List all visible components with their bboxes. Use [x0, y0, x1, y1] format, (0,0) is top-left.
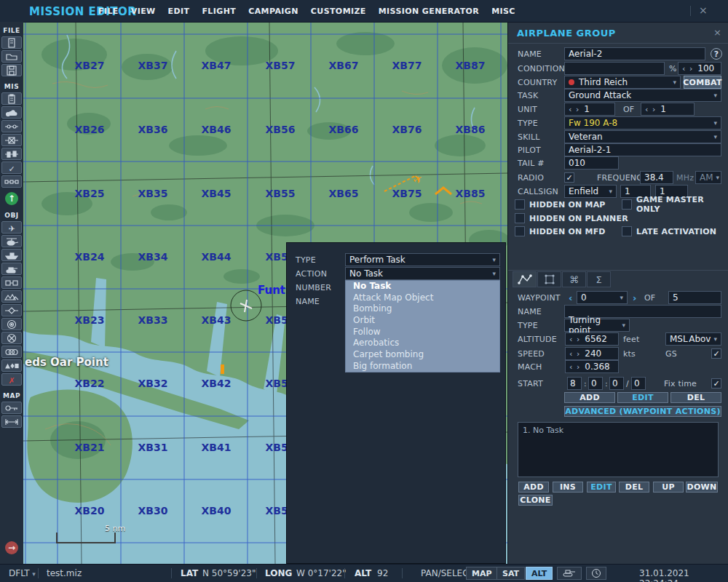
unit-total-spinner[interactable]: ‹ ›1 [641, 103, 695, 116]
exit-editor-button[interactable]: → [5, 541, 18, 554]
profile-dropdown[interactable]: DFLT ▾ [9, 568, 36, 578]
menu-mission-generator[interactable]: MISSION GENERATOR [379, 7, 479, 16]
hidden-on-map-checkbox[interactable] [515, 199, 525, 210]
gs-checkbox[interactable]: ✓ [711, 348, 721, 359]
frequency-input[interactable] [640, 171, 673, 184]
adjustments-button[interactable] [1, 148, 22, 160]
spinner-arrows-icon[interactable]: ‹ › [645, 105, 656, 114]
waypoint-next-icon[interactable]: › [633, 292, 636, 303]
waypoint-add-button[interactable]: ADD [564, 392, 615, 403]
actions-down-button[interactable]: DOWN [686, 482, 718, 493]
modulation-dropdown[interactable]: AM▾ [695, 171, 721, 184]
helicopter-button[interactable] [1, 235, 22, 247]
country-dropdown[interactable]: Third Reich ▾ [564, 76, 681, 89]
aircraft-type-dropdown[interactable]: Fw 190 A-8▾ [564, 116, 721, 129]
menu-customize[interactable]: CUSTOMIZE [311, 7, 366, 16]
hidden-on-mfd-checkbox[interactable] [515, 226, 525, 236]
altitude-ref-dropdown[interactable]: MSL Abov▾ [665, 332, 721, 346]
static-object-button[interactable] [1, 276, 22, 289]
template-button[interactable] [1, 290, 22, 303]
condition-input[interactable] [564, 62, 665, 75]
save-mission-button[interactable] [1, 64, 22, 76]
delete-object-button[interactable]: ✗ [1, 373, 22, 386]
waypoint-prev-icon[interactable]: ‹ [569, 292, 572, 303]
ruler-button[interactable] [1, 415, 22, 428]
spinner-arrows-icon[interactable]: ‹ › [569, 105, 579, 114]
waypoint-actions-list[interactable]: 1. No Task [518, 422, 719, 477]
new-mission-button[interactable] [1, 36, 22, 49]
waypoint-number-dropdown[interactable]: 0▾ [577, 291, 628, 304]
actions-del-button[interactable]: DEL [619, 482, 649, 493]
condition-spinner[interactable]: ‹ ›100 [678, 62, 721, 75]
drawing-shapes-button[interactable] [1, 359, 22, 372]
tail-number-input[interactable] [564, 156, 619, 170]
unit-list-button[interactable] [1, 175, 22, 188]
waypoint-edit-button[interactable]: EDIT [617, 392, 668, 403]
actions-add-button[interactable]: ADD [518, 482, 549, 493]
skill-dropdown[interactable]: Veteran▾ [564, 130, 721, 143]
action-option-follow[interactable]: Follow [346, 327, 499, 338]
weather-button[interactable] [1, 106, 22, 119]
combat-button[interactable]: COMBAT [684, 76, 721, 89]
open-mission-button[interactable] [1, 50, 22, 63]
vehicle-button[interactable] [1, 263, 22, 275]
late-activation-checkbox[interactable] [622, 226, 632, 236]
menu-view[interactable]: VIEW [131, 7, 156, 16]
menu-flight[interactable]: FLIGHT [202, 7, 236, 16]
sat-view-button[interactable]: SAT [496, 567, 525, 580]
triggers-button[interactable] [1, 120, 22, 132]
briefing-button[interactable] [1, 92, 22, 105]
task-dropdown[interactable]: Ground Attack▾ [564, 89, 721, 102]
waypoint-type-dropdown[interactable]: Turning point▾ [564, 319, 630, 332]
task-action-dropdown[interactable]: No Task ▾ [345, 267, 500, 280]
unit-count-spinner[interactable]: ‹ ›1 [564, 103, 615, 116]
trigger-zone-button[interactable] [1, 346, 22, 358]
waypoint-del-button[interactable]: DEL [670, 392, 721, 403]
alt-view-button[interactable]: ALT [526, 567, 553, 580]
group-name-input[interactable] [564, 47, 705, 60]
route-tool-button[interactable] [1, 304, 22, 316]
time-settings-button[interactable] [586, 567, 606, 580]
spinner-arrows-icon[interactable]: ‹ › [682, 64, 693, 73]
menu-file[interactable]: FILE [98, 7, 119, 16]
spinner-arrows-icon[interactable]: ‹ › [569, 335, 580, 344]
start-seconds-input[interactable] [609, 377, 624, 390]
map-view-button[interactable]: MAP [466, 567, 498, 580]
ship-button[interactable] [1, 249, 22, 261]
tab-geometry[interactable] [537, 271, 561, 287]
tab-route[interactable] [513, 271, 537, 287]
action-option-bombing[interactable]: Bombing [346, 303, 499, 315]
fix-time-checkbox[interactable]: ✓ [711, 378, 721, 388]
clone-button[interactable]: CLONE [518, 495, 553, 506]
actions-up-button[interactable]: UP [653, 482, 684, 493]
action-list-item[interactable]: 1. No Task [518, 423, 718, 435]
action-option-attack-map-object[interactable]: Attack Map Object [346, 292, 499, 304]
altitude-spinner[interactable]: ‹ ›6562 [565, 332, 619, 346]
action-option-aerobatics[interactable]: Aerobatics [346, 338, 499, 349]
validate-button[interactable]: ✓ [1, 162, 22, 174]
help-icon[interactable]: ? [711, 48, 722, 60]
game-master-only-checkbox[interactable] [622, 199, 632, 210]
task-type-dropdown[interactable]: Perform Task ▾ [345, 253, 500, 266]
hidden-on-planner-checkbox[interactable] [515, 213, 525, 223]
airplane-button[interactable]: ✈ [1, 221, 22, 234]
actions-ins-button[interactable]: INS [553, 482, 583, 493]
action-option-big-formation[interactable]: Big formation [346, 361, 499, 372]
map-options-button[interactable] [1, 402, 22, 414]
radio-checkbox[interactable]: ✓ [564, 172, 574, 183]
bullseye-button[interactable] [1, 318, 22, 330]
tab-summary[interactable]: Σ [587, 271, 611, 287]
menu-misc[interactable]: MISC [491, 7, 515, 16]
action-option-no-task[interactable]: No Task [346, 281, 499, 292]
tab-actions[interactable]: ⌘ [562, 271, 586, 287]
failures-button[interactable] [1, 134, 22, 146]
callsign-dropdown[interactable]: Enfield▾ [564, 185, 617, 198]
panel-close-icon[interactable]: × [713, 27, 721, 38]
fly-mission-button[interactable]: ↑ [5, 192, 18, 205]
start-hours-input[interactable] [567, 377, 582, 390]
action-option-orbit[interactable]: Orbit [346, 315, 499, 327]
menu-campaign[interactable]: CAMPAIGN [248, 7, 298, 16]
start-minutes-input[interactable] [588, 377, 603, 390]
actions-edit-button[interactable]: EDIT [587, 482, 616, 493]
mach-spinner[interactable]: ‹ ›0.368 [565, 360, 619, 373]
